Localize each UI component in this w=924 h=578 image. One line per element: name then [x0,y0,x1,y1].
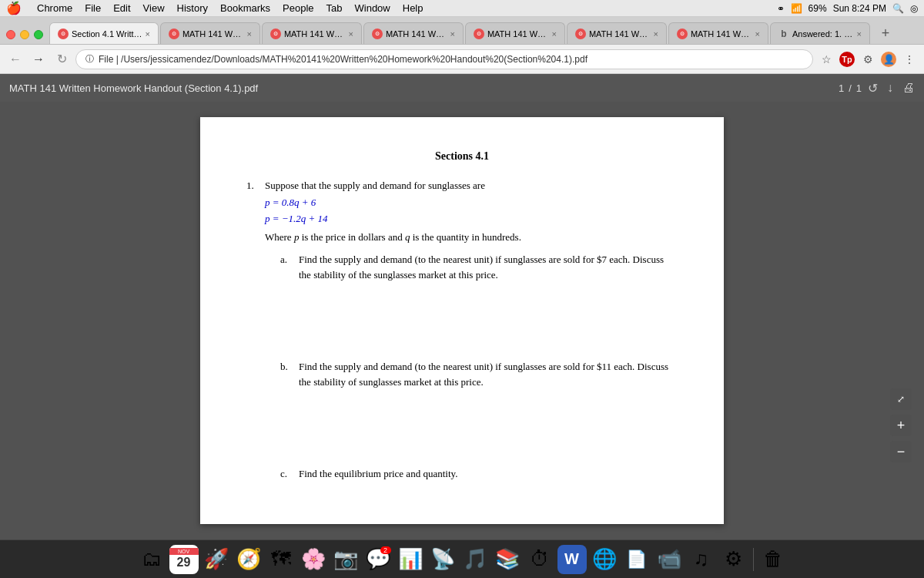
minimize-button[interactable] [20,30,29,39]
tab-label-3: MATH 141 Writte… [284,29,346,39]
close-button[interactable] [6,30,15,39]
lock-icon: ⓘ [85,53,94,65]
download-icon[interactable]: ↓ [887,81,893,95]
tab-math141-2[interactable]: ⊙ MATH 141 Writte… × [160,22,260,44]
forward-button[interactable]: → [29,50,48,69]
pdf-toolbar: MATH 141 Written Homework Handout (Secti… [0,74,924,102]
dock-facetime[interactable]: 📷 [331,545,360,574]
dock-calendar-month: NOV [169,548,199,555]
dock-chrome[interactable]: 🌐 [590,545,619,574]
tab-math141-3[interactable]: ⊙ MATH 141 Writte… × [262,22,362,44]
apple-menu[interactable]: 🍎 [6,1,22,15]
menu-people[interactable]: People [283,2,313,14]
wifi-icon: 📶 [791,3,802,14]
search-icon[interactable]: 🔍 [892,3,904,14]
dock-photos[interactable]: 🌸 [299,545,328,574]
messages-badge: 2 [380,546,391,554]
tab-close-1[interactable]: × [146,29,150,39]
url-bar[interactable]: ⓘ File | /Users/jessicamendez/Downloads/… [75,49,813,69]
zoom-in-button[interactable]: + [890,415,912,436]
tab-label-4: MATH 141 Writte… [386,29,447,39]
dock-books[interactable]: 📚 [493,545,522,574]
profile-icon[interactable]: 👤 [881,52,896,67]
extension-icon[interactable]: ⚙ [859,51,876,68]
tab-close-4[interactable]: × [450,29,455,39]
tab-favicon-8: b [778,29,789,39]
dock-separator [753,548,754,571]
pdf-page: Sections 4.1 1. Suppose that the supply … [200,117,724,524]
dock-trash[interactable]: 🗑 [758,545,788,574]
tab-favicon-7: ⊙ [677,29,688,39]
dock-settings[interactable]: ⚙ [719,545,748,574]
part-b-content: Find the supply and demand (to the neare… [299,359,678,389]
toolbar-actions: ☆ Tp ⚙ 👤 ⋮ [818,51,918,68]
menubar-status: ⚭ 📶 69% Sun 8:24 PM 🔍 ◎ [777,3,918,14]
dock-airdrop[interactable]: 📡 [428,545,457,574]
menu-bookmarks[interactable]: Bookmarks [220,2,270,14]
dock-music2[interactable]: ♫ [687,545,716,574]
dock-pages[interactable]: 📄 [622,545,651,574]
tab-label-2: MATH 141 Writte… [182,29,244,39]
pdf-toolbar-actions: ↺ ↓ 🖨 [868,81,915,96]
tab-math141-6[interactable]: ⊙ MATH 141 Writte… × [567,22,667,44]
refresh-button[interactable]: ↻ [52,50,71,69]
bookmark-star-icon[interactable]: ☆ [818,51,835,68]
menu-dots-icon[interactable]: ⋮ [901,51,918,68]
dock-maps[interactable]: 🗺 [266,545,296,574]
menu-history[interactable]: History [177,2,208,14]
siri-icon[interactable]: ◎ [910,3,918,14]
menu-help[interactable]: Help [403,2,424,14]
tab-label-5: MATH 141 Writte… [487,29,549,39]
current-page: 1 [839,82,844,94]
dock-launchpad[interactable]: 🚀 [202,545,231,574]
tab-math141-5[interactable]: ⊙ MATH 141 Writte… × [465,22,565,44]
zoom-out-button[interactable]: − [890,441,912,462]
fit-page-button[interactable]: ⤢ [890,388,912,410]
tab-close-5[interactable]: × [552,29,557,39]
dock-zoom[interactable]: 📹 [654,545,684,574]
print-icon[interactable]: 🖨 [902,81,915,95]
menu-window[interactable]: Window [355,2,390,14]
menu-file[interactable]: File [85,2,101,14]
tab-answered[interactable]: b Answered: 1. Wr… × [770,22,870,44]
tab-close-3[interactable]: × [349,29,353,39]
zoom-window-button[interactable] [34,30,43,39]
zoom-controls: ⤢ + − [890,388,912,462]
tab-close-6[interactable]: × [654,29,658,39]
back-button[interactable]: ← [6,50,25,69]
tp-icon[interactable]: Tp [839,52,855,67]
menu-tab[interactable]: Tab [326,2,343,14]
menu-edit[interactable]: Edit [113,2,130,14]
dock-calendar[interactable]: NOV 29 [169,545,199,574]
dock-finder[interactable]: 🗂 [137,545,166,574]
part-c-label: c. [280,466,293,482]
dock-word[interactable]: W [557,545,587,574]
problem-1c: c. Find the equilibrium price and quanti… [280,466,678,482]
new-tab-button[interactable]: + [875,22,896,44]
tab-close-8[interactable]: × [857,29,862,39]
problem-1b: b. Find the supply and demand (to the ne… [280,359,678,389]
tab-close-2[interactable]: × [247,29,252,39]
dock-calendar-day: 29 [177,555,191,570]
tab-close-7[interactable]: × [755,29,760,39]
dock-safari[interactable]: 🧭 [234,545,263,574]
dock-messages[interactable]: 💬 2 [363,545,393,574]
rotate-icon[interactable]: ↺ [868,81,878,96]
tab-favicon-6: ⊙ [575,29,586,39]
menu-chrome[interactable]: Chrome [37,2,72,14]
dock: 🗂 NOV 29 🚀 🧭 🗺 🌸 📷 💬 2 📊 📡 🎵 📚 ⏱ W 🌐 📄 📹… [0,539,924,578]
tab-math141-4[interactable]: ⊙ MATH 141 Writte… × [363,22,464,44]
tab-section41[interactable]: ⊙ Section 4.1 Writt… × [49,22,159,44]
dock-numbers[interactable]: 📊 [396,545,425,574]
tab-math141-7[interactable]: ⊙ MATH 141 Writte… × [668,22,768,44]
tab-label-7: MATH 141 Writte… [691,29,752,39]
answer-space-b [265,397,678,459]
part-a-label: a. [280,252,293,282]
problem-1: 1. Suppose that the supply and demand fo… [246,178,678,489]
bluetooth-icon: ⚭ [777,3,785,14]
dock-clock[interactable]: ⏱ [525,545,554,574]
part-c-content: Find the equilibrium price and quantity. [299,466,678,482]
menu-view[interactable]: View [143,2,165,14]
dock-music[interactable]: 🎵 [460,545,490,574]
url-text: File | /Users/jessicamendez/Downloads/MA… [99,54,803,65]
